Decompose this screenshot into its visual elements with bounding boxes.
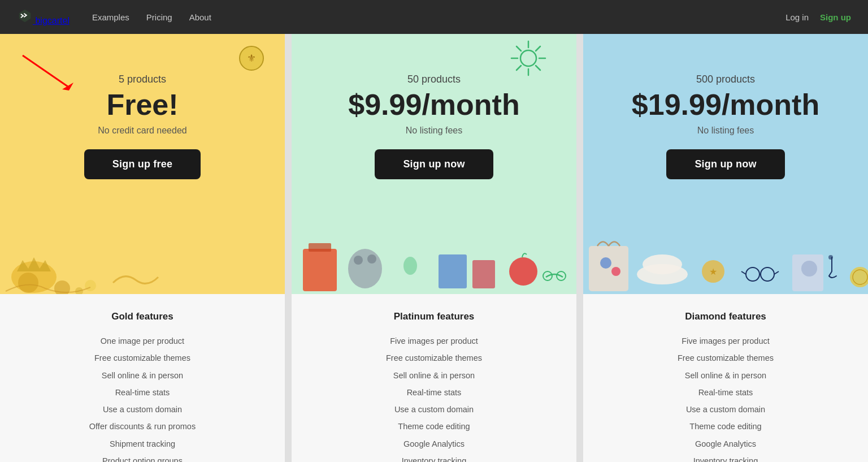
gold-illustration (0, 215, 285, 294)
list-item: Free customizable themes (11, 349, 274, 366)
svg-point-44 (828, 255, 833, 260)
svg-point-24 (403, 257, 417, 275)
nav-signup-link[interactable]: Sign up (820, 12, 851, 22)
svg-line-41 (774, 271, 779, 274)
svg-line-14 (517, 46, 521, 51)
nav-right: Log in Sign up (785, 12, 851, 22)
svg-line-17 (517, 66, 521, 70)
plan-diamond: 500 products $19.99/month No listing fee… (583, 34, 868, 462)
svg-point-27 (509, 257, 537, 286)
svg-rect-34 (643, 254, 682, 274)
svg-point-38 (761, 267, 774, 281)
svg-point-22 (367, 254, 376, 264)
platinum-cta-button[interactable]: Sign up now (375, 149, 493, 179)
gold-features-title: Gold features (11, 311, 274, 322)
list-item: Product option groups (11, 452, 274, 462)
svg-rect-30 (589, 246, 628, 291)
nav-logo[interactable]: bigcartel (17, 8, 70, 26)
platinum-features-title: Platinum features (303, 311, 565, 322)
list-item: Free customizable themes (303, 349, 565, 366)
svg-line-40 (741, 271, 746, 274)
list-item: Free customizable themes (594, 349, 857, 366)
svg-point-31 (600, 257, 611, 269)
svg-point-9 (520, 50, 536, 66)
nav-link-about[interactable]: About (189, 12, 211, 22)
list-item: Five images per product (594, 333, 857, 349)
list-item: Use a custom domain (594, 401, 857, 418)
diamond-features-title: Diamond features (594, 311, 857, 322)
plan-gold: ⚜ 5 products Free! No credit card needed… (0, 34, 285, 462)
svg-rect-19 (309, 243, 331, 252)
svg-rect-25 (439, 254, 467, 288)
svg-point-5 (18, 273, 38, 293)
svg-point-20 (348, 249, 382, 288)
diamond-features: Diamond features Five images per product… (583, 294, 868, 462)
list-item: Five images per product (303, 333, 565, 349)
coin-decoration: ⚜ (238, 45, 264, 74)
list-item: Inventory tracking (303, 452, 565, 462)
bigcartel-logo-icon (17, 8, 33, 24)
gold-cta-button[interactable]: Sign up free (84, 149, 201, 179)
diamond-product-count: 500 products (696, 74, 755, 85)
svg-line-15 (536, 66, 540, 70)
list-item: Theme code editing (594, 418, 857, 435)
platinum-features: Platinum features Five images per produc… (292, 294, 576, 462)
list-item: Real-time stats (303, 384, 565, 401)
nav-link-pricing[interactable]: Pricing (146, 12, 172, 22)
svg-text:★: ★ (709, 267, 717, 277)
svg-point-21 (354, 256, 363, 265)
plan-diamond-hero: 500 products $19.99/month No listing fee… (583, 34, 868, 294)
pricing-grid: ⚜ 5 products Free! No credit card needed… (0, 34, 868, 462)
platinum-price: $9.99/month (348, 89, 519, 121)
svg-line-16 (536, 46, 540, 51)
list-item: Real-time stats (594, 384, 857, 401)
svg-point-37 (746, 267, 760, 281)
nav-link-examples[interactable]: Examples (92, 12, 129, 22)
diamond-price: $19.99/month (632, 89, 819, 121)
plan-platinum: 50 products $9.99/month No listing fees … (292, 34, 576, 462)
svg-point-43 (801, 261, 817, 277)
list-item: Theme code editing (303, 418, 565, 435)
plan-gold-hero: ⚜ 5 products Free! No credit card needed… (0, 34, 285, 294)
gold-features-list: One image per product Free customizable … (11, 333, 274, 462)
svg-point-32 (611, 267, 620, 276)
main-nav: bigcartel Examples Pricing About Log in … (0, 0, 868, 34)
diamond-cta-button[interactable]: Sign up now (666, 149, 784, 179)
nav-brand-name: bigcartel (35, 16, 69, 25)
diamond-features-list: Five images per product Free customizabl… (594, 333, 857, 462)
platinum-features-list: Five images per product Free customizabl… (303, 333, 565, 462)
platinum-illustration (292, 215, 576, 294)
gold-sublabel: No credit card needed (98, 126, 186, 136)
list-item: Offer discounts & run promos (11, 418, 274, 435)
svg-point-7 (85, 280, 96, 291)
gold-features: Gold features One image per product Free… (0, 294, 285, 462)
platinum-sublabel: No listing fees (406, 126, 463, 136)
plan-platinum-hero: 50 products $9.99/month No listing fees … (292, 34, 576, 294)
gold-product-count: 5 products (119, 74, 166, 85)
diamond-sublabel: No listing fees (697, 126, 754, 136)
platinum-product-count: 50 products (407, 74, 461, 85)
red-arrow-decoration (17, 50, 85, 97)
nav-login-link[interactable]: Log in (785, 12, 809, 22)
list-item: Use a custom domain (11, 401, 274, 418)
gold-price: Free! (106, 89, 178, 121)
list-item: Real-time stats (11, 384, 274, 401)
nav-links: Examples Pricing About (92, 12, 211, 22)
sun-decoration (509, 38, 548, 80)
list-item: Google Analytics (594, 435, 857, 452)
svg-line-2 (23, 55, 68, 87)
list-item: Shipment tracking (11, 435, 274, 452)
svg-text:⚜: ⚜ (247, 53, 256, 64)
diamond-illustration: ★ (583, 215, 868, 294)
list-item: One image per product (11, 333, 274, 349)
list-item: Sell online & in person (594, 367, 857, 384)
svg-rect-26 (472, 260, 495, 288)
list-item: Use a custom domain (303, 401, 565, 418)
list-item: Inventory tracking (594, 452, 857, 462)
list-item: Sell online & in person (11, 367, 274, 384)
svg-rect-18 (303, 249, 337, 291)
list-item: Sell online & in person (303, 367, 565, 384)
list-item: Google Analytics (303, 435, 565, 452)
